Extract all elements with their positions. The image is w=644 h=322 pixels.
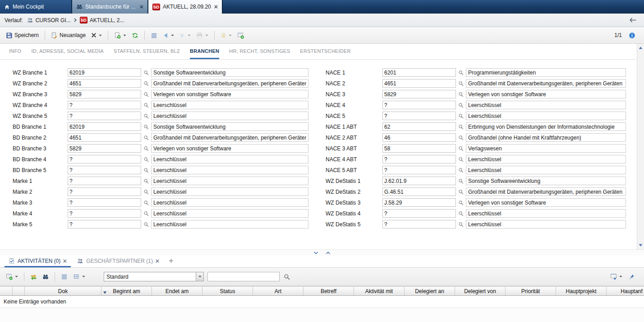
tab-close-icon[interactable] [140, 5, 143, 9]
new-entry-button[interactable]: Neuanlage [49, 30, 88, 41]
grid-column-beginnt-am[interactable]: Beginnt am [101, 287, 152, 295]
field-description-input[interactable] [466, 209, 626, 218]
window-tab-aktuell-28-09-20[interactable]: bDAKTUELL, 28.09.20... [148, 0, 223, 14]
field-code-input[interactable] [68, 209, 141, 218]
lookup-icon[interactable] [458, 157, 464, 162]
form-tab-info[interactable]: INFO [9, 44, 21, 59]
field-description-input[interactable] [151, 101, 308, 109]
lookup-icon[interactable] [143, 178, 149, 184]
tab-close-icon[interactable] [156, 259, 159, 263]
tab-close-icon[interactable] [214, 5, 218, 9]
field-description-input[interactable] [151, 209, 308, 218]
search-records-button[interactable] [40, 272, 51, 282]
field-code-input[interactable] [382, 122, 456, 131]
collapse-panel-button[interactable] [313, 251, 318, 255]
lookup-icon[interactable] [458, 92, 464, 97]
navigate-forward-button[interactable] [177, 31, 193, 40]
field-code-input[interactable] [68, 101, 141, 109]
grid-column-icon-0[interactable] [0, 287, 13, 295]
bottom-tab-aktivit-ten-0[interactable]: AKTIVITÄTEN (0) [5, 256, 71, 267]
expand-panel-button[interactable] [326, 251, 331, 255]
lookup-icon[interactable] [458, 135, 464, 140]
field-code-input[interactable] [68, 177, 141, 185]
list-view-button[interactable] [148, 30, 160, 41]
field-code-input[interactable] [68, 166, 141, 174]
field-code-input[interactable] [68, 79, 141, 88]
grid-column-priorit-t[interactable]: Priorität [506, 287, 556, 295]
panel-splitter[interactable] [0, 249, 644, 256]
field-description-input[interactable] [151, 122, 308, 131]
field-description-input[interactable] [466, 112, 626, 120]
grid-column-icon-1[interactable] [13, 287, 25, 295]
lookup-icon[interactable] [458, 178, 464, 184]
bottom-tab-gesch-ftspartner-1[interactable]: GESCHÄFTSPARTNER (1) [73, 256, 163, 267]
field-description-input[interactable] [151, 155, 308, 163]
grid-column-aktivit-t-mit[interactable]: Aktivität mit [354, 287, 405, 295]
grid-column-delegiert-von[interactable]: Delegiert von [455, 287, 506, 295]
field-description-input[interactable] [151, 198, 308, 207]
grid-column-art[interactable]: Art [253, 287, 304, 295]
add-tab-button[interactable] [165, 256, 177, 267]
search-button[interactable] [281, 272, 292, 282]
history-back-button[interactable] [626, 16, 639, 24]
field-description-input[interactable] [151, 90, 308, 98]
lookup-icon[interactable] [143, 211, 149, 216]
field-code-input[interactable] [68, 198, 141, 207]
grid-column-endet-am[interactable]: Endet am [152, 287, 202, 295]
lookup-icon[interactable] [143, 70, 149, 75]
lock-button[interactable] [218, 30, 234, 40]
field-description-input[interactable] [151, 177, 308, 185]
new-dataset-button[interactable] [235, 30, 246, 41]
view-select-dropdown-button[interactable] [196, 272, 203, 281]
field-description-input[interactable] [151, 79, 308, 88]
form-tab-erstentscheider[interactable]: ERSTENTSCHEIDER [300, 44, 351, 59]
field-description-input[interactable] [466, 166, 626, 174]
field-description-input[interactable] [466, 198, 626, 207]
field-description-input[interactable] [151, 133, 308, 142]
new-record-button[interactable] [112, 30, 129, 41]
field-code-input[interactable] [382, 101, 456, 109]
field-code-input[interactable] [382, 90, 456, 98]
field-description-input[interactable] [466, 133, 626, 142]
field-code-input[interactable] [68, 220, 141, 229]
lookup-icon[interactable] [458, 222, 464, 227]
field-code-input[interactable] [68, 155, 141, 163]
field-description-input[interactable] [466, 144, 626, 153]
field-description-input[interactable] [151, 220, 308, 229]
field-description-input[interactable] [466, 220, 626, 229]
field-code-input[interactable] [68, 90, 141, 98]
field-code-input[interactable] [68, 68, 141, 77]
grid-column-dok[interactable]: Dok [25, 287, 101, 295]
field-description-input[interactable] [151, 166, 308, 174]
lookup-icon[interactable] [143, 92, 149, 97]
field-code-input[interactable] [382, 144, 456, 153]
field-code-input[interactable] [68, 187, 141, 196]
lookup-icon[interactable] [458, 146, 464, 151]
transfer-button[interactable] [28, 271, 39, 282]
lookup-icon[interactable] [143, 124, 149, 130]
lookup-icon[interactable] [458, 168, 464, 173]
lookup-icon[interactable] [143, 146, 149, 151]
field-code-input[interactable] [68, 133, 141, 142]
field-description-input[interactable] [151, 112, 308, 120]
grid-column-hauptanf[interactable]: Hauptanf [607, 287, 644, 295]
lookup-icon[interactable] [143, 200, 149, 205]
field-code-input[interactable] [382, 220, 456, 229]
history-item-aktuell-2[interactable]: bDAKTUELL, 2... [80, 17, 124, 23]
lookup-icon[interactable] [458, 211, 464, 216]
field-code-input[interactable] [382, 112, 456, 120]
view-select[interactable]: Standard [104, 272, 204, 281]
field-code-input[interactable] [382, 209, 456, 218]
lookup-icon[interactable] [143, 189, 149, 195]
window-tab-standardsuche-f-r[interactable]: Standardsuche für ... [72, 0, 148, 14]
pin-panel-button[interactable] [626, 272, 637, 282]
field-description-input[interactable] [151, 187, 308, 196]
scroll-down-button[interactable] [637, 242, 644, 248]
lookup-icon[interactable] [143, 113, 149, 119]
table-options-button[interactable] [608, 271, 625, 282]
lookup-icon[interactable] [458, 189, 464, 195]
grid-column-hauptprojekt[interactable]: Hauptprojekt [556, 287, 607, 295]
field-description-input[interactable] [151, 144, 308, 153]
form-tab-id-adresse-social-media[interactable]: ID, ADRESSE, SOCIAL MEDIA [31, 44, 104, 59]
lookup-icon[interactable] [458, 103, 464, 108]
